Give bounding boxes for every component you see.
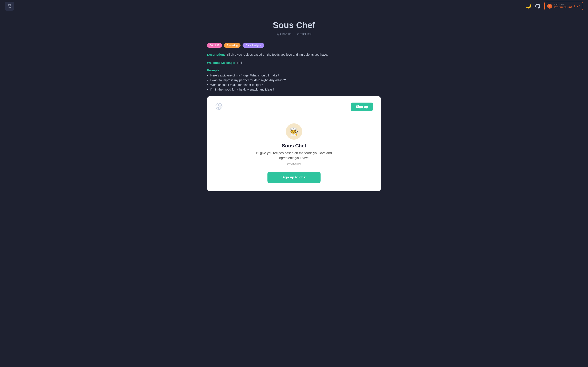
list-item: Here's a picture of my fridge. What shou… [207, 74, 381, 77]
dark-mode-icon[interactable]: 🌙 [526, 3, 531, 9]
chat-card-title: Sous Chef [282, 143, 306, 149]
navbar-right: 🌙 P FIND US ON Product Hunt ▲ 3 [526, 2, 583, 11]
openai-logo [215, 103, 223, 111]
prompts-label: Prompts: [207, 68, 381, 72]
welcome-label: Welcome Message: [207, 61, 235, 64]
chat-card-header: Sign up [215, 103, 373, 111]
title-meta: By ChatGPT 2023/11/06 [207, 32, 381, 36]
main-content: Sous Chef By ChatGPT 2023/11/06 DALL·E B… [202, 12, 386, 203]
welcome-value: Hello [237, 61, 244, 64]
logo-text: GPT Hub [8, 4, 11, 8]
welcome-row: Welcome Message: Hello [207, 60, 381, 65]
page-by: By ChatGPT [276, 32, 293, 36]
ph-icon: P [547, 4, 552, 8]
prompts-list: Here's a picture of my fridge. What shou… [207, 74, 381, 91]
description-row: Description: I'll give you recipes based… [207, 52, 381, 57]
signup-top-button[interactable]: Sign up [351, 103, 373, 111]
ph-text-group: FIND US ON Product Hunt [554, 3, 572, 9]
list-item: I want to impress my partner for date ni… [207, 78, 381, 82]
chat-card: Sign up 🧑‍🍳 Sous Chef I'll give you reci… [207, 96, 381, 191]
tag-browsing[interactable]: Browsing [224, 43, 241, 48]
tag-data-analysis[interactable]: Data Analysis [242, 43, 264, 48]
signup-main-button[interactable]: Sign up to chat [268, 172, 320, 183]
list-item: I'm in the mood for a healthy snack, any… [207, 88, 381, 91]
logo-button[interactable]: GPT Hub [5, 2, 14, 11]
ph-product-hunt-label: Product Hunt [554, 6, 572, 9]
title-section: Sous Chef By ChatGPT 2023/11/06 [207, 20, 381, 36]
page-title: Sous Chef [207, 20, 381, 30]
chef-avatar: 🧑‍🍳 [286, 123, 302, 140]
page-date: 2023/11/06 [297, 32, 312, 36]
chat-card-description: I'll give you recipes based on the foods… [253, 151, 335, 160]
description-label: Description: [207, 53, 225, 56]
description-value: I'll give you recipes based on the foods… [227, 53, 328, 56]
navbar-left: GPT Hub [5, 2, 14, 11]
navbar: GPT Hub 🌙 P FIND US ON Product Hunt ▲ 3 [0, 0, 588, 12]
tags-row: DALL·E Browsing Data Analysis [207, 43, 381, 48]
chat-card-by: By ChatGPT [287, 162, 302, 165]
tag-dalle[interactable]: DALL·E [207, 43, 222, 48]
ph-find-us-label: FIND US ON [554, 3, 572, 6]
github-icon[interactable] [535, 4, 540, 8]
list-item: What should I make for dinner tonight? [207, 83, 381, 86]
ph-count: ▲ 3 [574, 5, 580, 7]
product-hunt-badge[interactable]: P FIND US ON Product Hunt ▲ 3 [544, 2, 583, 11]
prompts-section: Prompts: Here's a picture of my fridge. … [207, 68, 381, 91]
